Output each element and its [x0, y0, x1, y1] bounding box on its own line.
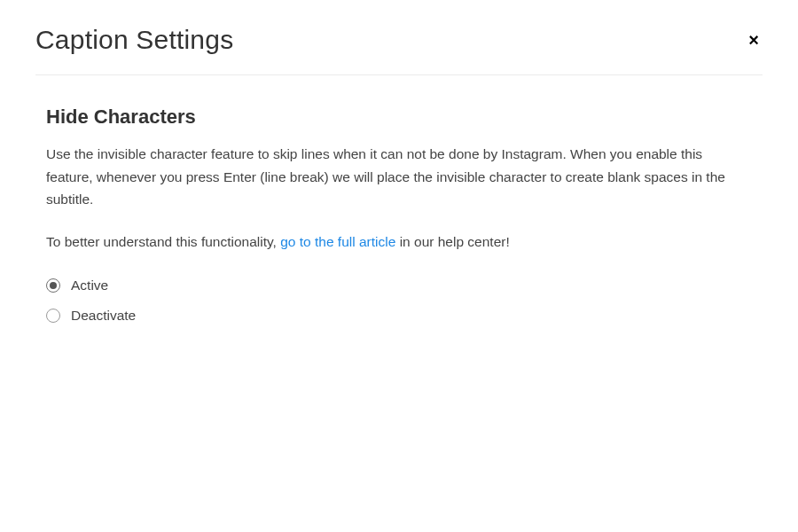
caption-settings-modal: Caption Settings × Hide Characters Use t… — [0, 0, 798, 324]
close-icon[interactable]: × — [745, 27, 763, 52]
help-text: To better understand this functionality,… — [46, 231, 752, 254]
radio-option-active[interactable]: Active — [46, 278, 752, 293]
hide-characters-radio-group: Active Deactivate — [46, 278, 752, 324]
page-title: Caption Settings — [35, 25, 233, 55]
radio-option-deactivate[interactable]: Deactivate — [46, 308, 752, 324]
modal-header: Caption Settings × — [35, 0, 763, 75]
section-description: Use the invisible character feature to s… — [46, 143, 752, 211]
radio-label-active: Active — [71, 278, 108, 293]
radio-icon — [46, 278, 60, 293]
radio-dot-icon — [50, 282, 57, 289]
radio-icon — [46, 309, 60, 323]
section-heading: Hide Characters — [46, 106, 752, 129]
radio-label-deactivate: Deactivate — [71, 308, 136, 324]
help-suffix: in our help center! — [395, 234, 509, 249]
help-prefix: To better understand this functionality, — [46, 234, 280, 249]
modal-content: Hide Characters Use the invisible charac… — [35, 75, 763, 324]
help-article-link[interactable]: go to the full article — [280, 234, 395, 249]
